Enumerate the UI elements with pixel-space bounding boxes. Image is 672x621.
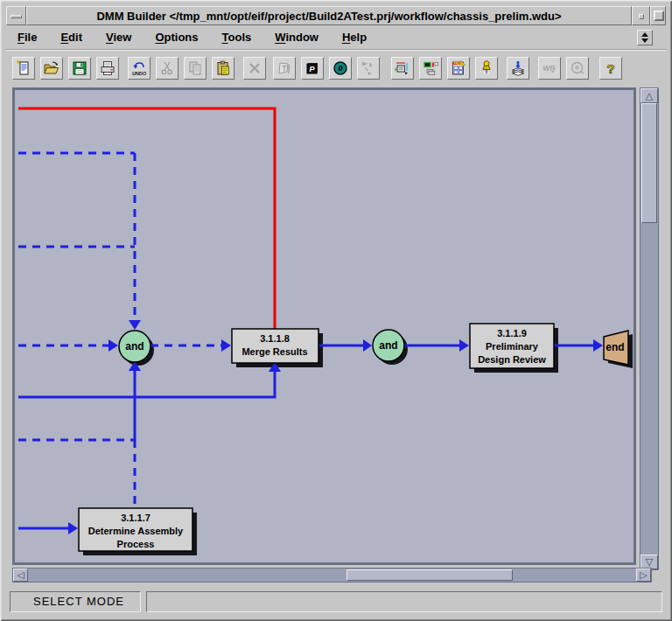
undo-button[interactable]: UNDO xyxy=(128,57,150,80)
help-question-icon: ? xyxy=(602,59,620,77)
toolbar: UNDO P xyxy=(6,50,666,85)
paste-clipboard-icon xyxy=(214,59,232,77)
flows-dashed xyxy=(18,153,221,508)
open-file-button[interactable] xyxy=(40,57,63,80)
word-processor-button[interactable]: WP xyxy=(538,57,561,80)
flow-solid-into-merge-bottom[interactable] xyxy=(18,372,275,397)
import-stack-icon xyxy=(509,59,527,77)
cut-scissors-icon xyxy=(158,59,176,77)
save-floppy-icon xyxy=(71,59,88,77)
open-folder-icon xyxy=(43,59,60,77)
flow-red-exception[interactable] xyxy=(18,108,275,329)
node-and-junction-2[interactable]: and xyxy=(373,330,404,361)
node-task-3-1-1-9[interactable]: 3.1.1.9 Preliminary Design Review xyxy=(470,324,554,368)
workflow-diagram-icon xyxy=(394,59,411,77)
pushpin-icon xyxy=(478,59,495,77)
vertical-scrollbar-thumb[interactable] xyxy=(641,103,657,223)
scroll-left-button[interactable]: ◁ xyxy=(13,569,28,582)
maximize-icon xyxy=(654,10,664,21)
node-and-junction-1[interactable]: and xyxy=(119,331,150,362)
svg-text:Process: Process xyxy=(117,539,155,549)
svg-text:Determine Assembly: Determine Assembly xyxy=(88,526,184,536)
flows-solid xyxy=(18,345,593,528)
svg-text:3.1.1.7: 3.1.1.7 xyxy=(121,513,150,523)
menubar: File Edit View Options Tools Window Help xyxy=(6,25,666,50)
operation-o-icon: 0 xyxy=(332,59,349,77)
workflow-canvas[interactable]: and 3.1.1.8 Merge Results and 3.1.1.9 Pr… xyxy=(12,87,636,565)
svg-text:3.1.1.8: 3.1.1.8 xyxy=(260,333,290,344)
spinner-down-icon xyxy=(641,38,648,43)
scroll-right-button[interactable]: ▷ xyxy=(636,569,651,582)
window-menu-icon xyxy=(10,15,22,18)
minimize-icon xyxy=(639,14,644,19)
menu-window[interactable]: Window xyxy=(273,26,320,49)
svg-text:and: and xyxy=(379,339,397,352)
horizontal-scrollbar-thumb[interactable] xyxy=(346,569,513,581)
link-tool-button[interactable] xyxy=(357,57,380,80)
menu-file[interactable]: File xyxy=(16,26,38,49)
workflow-diagram: and 3.1.1.8 Merge Results and 3.1.1.9 Pr… xyxy=(15,90,634,562)
horizontal-scrollbar[interactable]: ◁ ▷ xyxy=(12,568,652,583)
undo-icon: UNDO xyxy=(130,59,148,77)
svg-text:Merge Results: Merge Results xyxy=(242,346,307,357)
text-label-tool-button[interactable] xyxy=(273,57,296,80)
scroll-up-button[interactable]: △ xyxy=(640,88,658,103)
menubar-spinner-button[interactable] xyxy=(637,30,653,45)
view-manager-button[interactable] xyxy=(419,57,442,80)
prob-editor-icon: PROB xyxy=(450,59,467,77)
svg-text:3.1.1.9: 3.1.1.9 xyxy=(497,328,527,338)
menu-help[interactable]: Help xyxy=(340,26,368,49)
help-button[interactable]: ? xyxy=(599,57,622,80)
save-file-button[interactable] xyxy=(68,57,91,80)
svg-text:0: 0 xyxy=(338,64,342,73)
process-tool-button[interactable]: P xyxy=(301,57,324,80)
window-menu-button[interactable] xyxy=(6,6,26,25)
prob-editor-button[interactable]: PROB xyxy=(447,57,470,80)
wp-icon: WP xyxy=(541,59,558,77)
menu-options[interactable]: Options xyxy=(153,26,200,49)
dmm-builder-window: DMM Builder </tmp_mnt/opt/eif/project/Bu… xyxy=(0,0,672,621)
copy-icon xyxy=(186,59,204,77)
process-p-icon: P xyxy=(304,59,321,77)
window-title: DMM Builder </tmp_mnt/opt/eif/project/Bu… xyxy=(26,6,632,25)
new-document-button[interactable] xyxy=(12,57,35,80)
print-button[interactable] xyxy=(96,57,119,80)
delete-button[interactable] xyxy=(243,57,266,80)
svg-text:Design Review: Design Review xyxy=(478,354,546,365)
operation-tool-button[interactable]: 0 xyxy=(329,57,352,80)
svg-text:UNDO: UNDO xyxy=(132,70,147,75)
spinner-up-icon xyxy=(641,32,648,37)
cut-button[interactable] xyxy=(156,57,178,80)
status-mode-indicator: SELECT MODE xyxy=(10,591,141,612)
maximize-button[interactable] xyxy=(650,6,666,25)
node-task-3-1-1-8[interactable]: 3.1.1.8 Merge Results xyxy=(232,329,318,363)
svg-text:and: and xyxy=(125,340,144,352)
menu-tools[interactable]: Tools xyxy=(220,26,254,49)
svg-text:?: ? xyxy=(606,61,614,76)
dial-icon xyxy=(569,59,586,77)
printer-icon xyxy=(99,59,116,77)
new-document-icon xyxy=(15,59,32,77)
dial-tool-button[interactable] xyxy=(566,57,589,80)
node-end[interactable]: end xyxy=(604,331,628,365)
menu-edit[interactable]: Edit xyxy=(59,26,84,49)
minimize-button[interactable] xyxy=(632,6,650,25)
svg-text:end: end xyxy=(606,341,624,353)
menu-view[interactable]: View xyxy=(104,26,133,49)
import-drop-button[interactable] xyxy=(507,57,529,80)
pushpin-button[interactable] xyxy=(475,57,498,80)
copy-button[interactable] xyxy=(184,57,206,80)
svg-text:P: P xyxy=(309,64,315,73)
paste-button[interactable] xyxy=(212,57,234,80)
delete-x-icon xyxy=(246,59,263,77)
node-task-3-1-1-7[interactable]: 3.1.1.7 Determine Assembly Process xyxy=(79,508,192,551)
workflow-editor-button[interactable] xyxy=(391,57,414,80)
status-message-area xyxy=(146,591,662,612)
svg-text:Preliminary: Preliminary xyxy=(486,341,539,352)
link-connector-icon xyxy=(360,59,377,77)
text-flag-icon xyxy=(276,59,293,77)
vertical-scrollbar[interactable]: △ ▽ xyxy=(640,87,659,570)
titlebar: DMM Builder </tmp_mnt/opt/eif/project/Bu… xyxy=(6,6,666,25)
view-stack-icon xyxy=(422,59,439,77)
